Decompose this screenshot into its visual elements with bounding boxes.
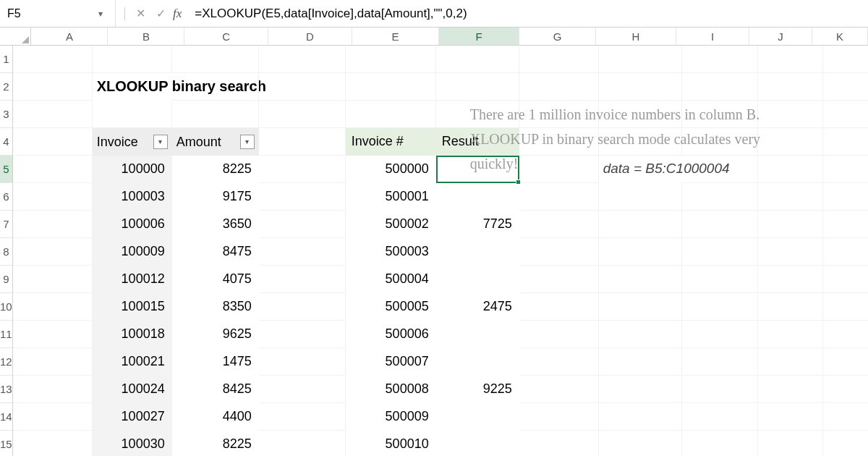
cell[interactable]: [172, 46, 259, 73]
row-header-11[interactable]: 11: [0, 321, 13, 348]
row-header-8[interactable]: 8: [0, 238, 13, 266]
col-header-F[interactable]: F: [439, 28, 519, 45]
cell[interactable]: [13, 293, 93, 321]
cell[interactable]: [436, 73, 519, 101]
cell[interactable]: [599, 46, 682, 73]
col-header-E[interactable]: E: [352, 28, 439, 45]
col-header-H[interactable]: H: [596, 28, 676, 45]
cell[interactable]: [259, 403, 346, 431]
cell[interactable]: [259, 431, 346, 456]
table1-invoice[interactable]: 100030: [93, 431, 172, 456]
filter-dropdown-icon[interactable]: ▾: [153, 135, 168, 149]
row-header-13[interactable]: 13: [0, 376, 13, 403]
cell[interactable]: [13, 183, 93, 211]
cell[interactable]: [519, 348, 599, 376]
cell[interactable]: [682, 376, 758, 403]
table1-amount[interactable]: 3650: [172, 211, 259, 238]
table2-invoice[interactable]: 500006: [346, 321, 436, 348]
row-header-2[interactable]: 2: [0, 73, 13, 101]
col-header-G[interactable]: G: [519, 28, 596, 45]
row-header-4[interactable]: 4: [0, 128, 13, 156]
check-icon[interactable]: ✓: [153, 7, 169, 20]
cell[interactable]: [519, 183, 599, 211]
chevron-down-icon[interactable]: ▾: [93, 9, 108, 19]
cell[interactable]: [682, 321, 758, 348]
cell[interactable]: [13, 266, 93, 293]
cell[interactable]: [599, 431, 682, 456]
cell[interactable]: [823, 101, 868, 128]
table2-result[interactable]: [436, 348, 519, 376]
table1-amount[interactable]: 9175: [172, 183, 259, 211]
table2-invoice[interactable]: 500000: [346, 156, 436, 183]
cell[interactable]: [93, 101, 172, 128]
cell[interactable]: [758, 321, 823, 348]
row-header-10[interactable]: 10: [0, 293, 13, 321]
cell[interactable]: [682, 266, 758, 293]
cell[interactable]: [519, 403, 599, 431]
cell[interactable]: [682, 73, 758, 101]
cell[interactable]: [823, 376, 868, 403]
cell[interactable]: [259, 293, 346, 321]
cell[interactable]: [682, 46, 758, 73]
row-header-12[interactable]: 12: [0, 348, 13, 376]
table1-header-invoice[interactable]: Invoice ▾: [93, 128, 172, 156]
table2-invoice[interactable]: 500002: [346, 211, 436, 238]
row-header-9[interactable]: 9: [0, 266, 13, 293]
row-header-6[interactable]: 6: [0, 183, 13, 211]
row-header-5[interactable]: 5: [0, 156, 13, 183]
cell[interactable]: [93, 46, 172, 73]
table2-result[interactable]: [436, 321, 519, 348]
cell[interactable]: [599, 376, 682, 403]
cell[interactable]: [758, 376, 823, 403]
table2-invoice[interactable]: 500008: [346, 376, 436, 403]
cell[interactable]: [346, 46, 436, 73]
row-header-15[interactable]: 15: [0, 431, 13, 456]
cell[interactable]: [13, 403, 93, 431]
cell[interactable]: [823, 128, 868, 156]
cell[interactable]: [519, 376, 599, 403]
cell[interactable]: [682, 293, 758, 321]
cell[interactable]: [758, 211, 823, 238]
cell[interactable]: [13, 156, 93, 183]
table2-invoice[interactable]: 500003: [346, 238, 436, 266]
cell[interactable]: [519, 293, 599, 321]
cell[interactable]: [682, 348, 758, 376]
cell[interactable]: [823, 238, 868, 266]
cell[interactable]: [758, 348, 823, 376]
table2-header-invoice[interactable]: Invoice #: [346, 128, 436, 156]
table2-result[interactable]: [436, 403, 519, 431]
cell[interactable]: [682, 183, 758, 211]
cell[interactable]: [259, 46, 346, 73]
cell[interactable]: [13, 73, 93, 101]
cell[interactable]: [682, 238, 758, 266]
cell[interactable]: [172, 101, 259, 128]
table1-invoice[interactable]: 100012: [93, 266, 172, 293]
cell[interactable]: [519, 321, 599, 348]
cell[interactable]: [823, 73, 868, 101]
cell[interactable]: [599, 211, 682, 238]
cell[interactable]: [599, 403, 682, 431]
cell[interactable]: [172, 73, 259, 101]
cell[interactable]: [259, 211, 346, 238]
cell[interactable]: [13, 348, 93, 376]
cell[interactable]: [599, 293, 682, 321]
cell[interactable]: [823, 211, 868, 238]
cell[interactable]: [823, 293, 868, 321]
filter-dropdown-icon[interactable]: ▾: [240, 135, 255, 149]
table2-invoice[interactable]: 500010: [346, 431, 436, 456]
table1-amount[interactable]: 1475: [172, 348, 259, 376]
table1-invoice[interactable]: 100003: [93, 183, 172, 211]
cell[interactable]: [682, 211, 758, 238]
cell[interactable]: [599, 321, 682, 348]
table2-invoice[interactable]: 500005: [346, 293, 436, 321]
cell[interactable]: [13, 431, 93, 456]
row-header-14[interactable]: 14: [0, 403, 13, 431]
cell[interactable]: [758, 46, 823, 73]
cell[interactable]: [758, 73, 823, 101]
cell[interactable]: [519, 211, 599, 238]
cell[interactable]: [823, 403, 868, 431]
cell[interactable]: [823, 266, 868, 293]
table1-invoice[interactable]: 100018: [93, 321, 172, 348]
cell[interactable]: [259, 183, 346, 211]
table1-invoice[interactable]: 100024: [93, 376, 172, 403]
